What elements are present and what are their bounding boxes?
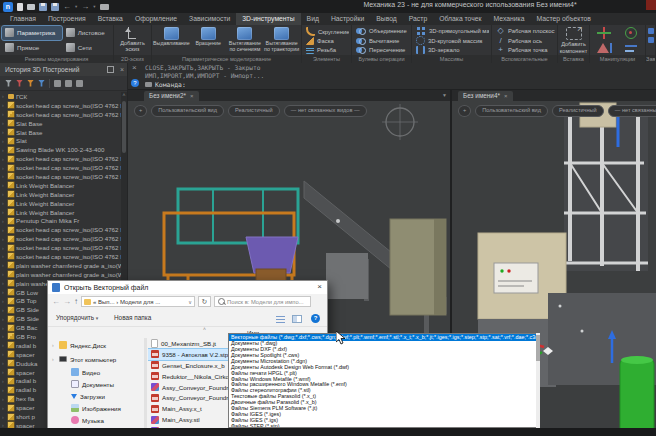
- file-row[interactable]: Genset_Enclosure.x_b: [148, 360, 228, 371]
- nav-item[interactable]: › Видео: [62, 366, 145, 378]
- redo-dropdown-icon[interactable]: ▾: [93, 4, 95, 9]
- expander-icon[interactable]: ›: [2, 165, 6, 171]
- undo-dropdown-icon[interactable]: ▾: [75, 4, 77, 9]
- view-selector[interactable]: Пользовательский вид: [475, 105, 548, 117]
- nav-item[interactable]: › Этот компьютер: [50, 352, 145, 366]
- tree-item[interactable]: › Link Weight Balancer: [0, 190, 121, 199]
- expander-icon[interactable]: ›: [2, 156, 6, 162]
- command-close-icon[interactable]: ×: [132, 63, 137, 72]
- ribbon-tab[interactable]: Механика: [488, 13, 531, 25]
- ribbon-tab[interactable]: Настройки: [325, 13, 370, 25]
- sweep-button[interactable]: Вытягивание по траектории: [263, 26, 300, 54]
- expander-icon[interactable]: ›: [2, 129, 6, 135]
- filetype-option[interactable]: Векторные файлы (*.dwg;*.dxf;*.cws;*.dgn…: [229, 334, 539, 341]
- file-row[interactable]: Reduktor__Nikola_Cirko...: [148, 371, 237, 382]
- new-folder-button[interactable]: Новая папка: [114, 314, 151, 321]
- nav-item[interactable]: › Загрузки: [62, 390, 145, 402]
- view-mode-icon[interactable]: [276, 316, 285, 323]
- nav-item[interactable]: › Яндекс.Диск: [50, 338, 145, 352]
- expander-icon[interactable]: ›: [2, 120, 6, 126]
- loft-button[interactable]: Вытягивание по сечениям: [227, 26, 264, 54]
- expander-icon[interactable]: ›: [2, 253, 6, 259]
- tree-item[interactable]: › Link Weight Balancer: [0, 181, 121, 190]
- ribbon-tab[interactable]: Вид: [301, 13, 325, 25]
- tree-item[interactable]: › socket head cap screw_iso(ISO 4762 M12…: [0, 154, 121, 163]
- direct-mode-button[interactable]: Прямое: [2, 41, 62, 55]
- search-input[interactable]: Поиск в: Модели для импо...: [214, 296, 311, 307]
- doc-tab-right[interactable]: Без имени4*×: [458, 91, 513, 101]
- expander-icon[interactable]: ›: [2, 236, 6, 242]
- expander-icon[interactable]: ›: [2, 218, 6, 224]
- align-3d-icon[interactable]: [623, 42, 639, 54]
- expander-icon[interactable]: ›: [52, 356, 56, 362]
- file-row[interactable]: Main_Assy.x_t: [148, 403, 205, 414]
- panel-pin-icon[interactable]: [107, 66, 114, 73]
- ribbon-tab[interactable]: Оформление: [129, 13, 183, 25]
- expander-icon[interactable]: ›: [2, 378, 6, 384]
- command-help-icon[interactable]: ?: [131, 79, 139, 87]
- app-logo-icon[interactable]: n: [3, 2, 13, 12]
- partial-group-icons[interactable]: [648, 28, 654, 43]
- list-view-icon[interactable]: [65, 80, 72, 87]
- refresh-button[interactable]: ↻: [198, 296, 211, 307]
- forward-icon[interactable]: →: [63, 297, 71, 307]
- tree-item[interactable]: › ГСК: [0, 92, 121, 101]
- save-all-icon[interactable]: [51, 3, 59, 11]
- expander-icon[interactable]: ›: [2, 209, 6, 215]
- scroll-up-icon[interactable]: ˄: [121, 92, 127, 99]
- chevron-down-icon[interactable]: ∨: [188, 299, 192, 305]
- tree-item[interactable]: › socket head cap screw_iso(ISO 4762 M10…: [0, 234, 121, 243]
- nav-item[interactable]: › Изображения: [62, 402, 145, 414]
- file-row[interactable]: 00_Mexanizm_SB.jt: [148, 338, 219, 349]
- add-viewport-button[interactable]: +: [458, 105, 471, 117]
- ribbon-tab[interactable]: Главная: [4, 13, 42, 25]
- intersect-button[interactable]: Пересечение: [356, 46, 409, 54]
- filter-blue-icon[interactable]: [38, 80, 45, 87]
- work-axis-button[interactable]: /Рабочая ось: [496, 37, 555, 45]
- visual-style-selector[interactable]: Реалистичный: [552, 105, 604, 117]
- filter-orange-icon[interactable]: [27, 80, 34, 87]
- expander-icon[interactable]: ›: [2, 316, 6, 322]
- tree-item[interactable]: › socket head cap screw_iso(ISO 4762 M8 …: [0, 110, 121, 119]
- sheet-mode-button[interactable]: Листовое: [63, 26, 111, 40]
- tree-item[interactable]: › Penutup Chain Mika Fr: [0, 216, 121, 225]
- tree-item[interactable]: › socket head cap screw_iso(ISO 4762 M10…: [0, 225, 121, 234]
- tree-item[interactable]: › Link Weight Balancer: [0, 199, 121, 208]
- ribbon-tab[interactable]: Зависимости: [183, 13, 236, 25]
- expander-icon[interactable]: ›: [2, 102, 6, 108]
- group-view-icon[interactable]: [54, 80, 61, 87]
- expander-icon[interactable]: ›: [2, 289, 6, 295]
- ribbon-tab[interactable]: Вывод: [370, 13, 403, 25]
- tree-item[interactable]: › socket head cap screw_iso(ISO 4762 M12…: [0, 172, 121, 181]
- tree-item[interactable]: › socket head cap screw_iso(ISO 4762 M8 …: [0, 101, 121, 110]
- expander-icon[interactable]: ›: [2, 405, 6, 411]
- expander-icon[interactable]: ›: [2, 138, 6, 144]
- expander-icon[interactable]: ›: [2, 271, 6, 277]
- tree-item[interactable]: › Sawing Blade WK 100-2-43-400: [0, 145, 121, 154]
- expander-icon[interactable]: ›: [2, 262, 6, 268]
- print-icon[interactable]: [100, 4, 109, 10]
- expander-icon[interactable]: ›: [2, 414, 6, 420]
- add-viewport-button[interactable]: +: [134, 105, 147, 117]
- command-input[interactable]: Команда:: [145, 81, 186, 89]
- subtract-button[interactable]: Вычитание: [356, 37, 409, 45]
- tab-scroll-icon[interactable]: ▼: [442, 93, 447, 98]
- add-sketch-button[interactable]: Добавить эскиз: [114, 27, 151, 54]
- filter-red-icon[interactable]: [16, 80, 23, 87]
- extrude-button[interactable]: Выдавливание: [153, 26, 190, 54]
- ribbon-tab[interactable]: Растр: [403, 13, 433, 25]
- settings-icon[interactable]: [76, 80, 83, 87]
- open-file-icon[interactable]: [27, 4, 35, 10]
- breadcrumb[interactable]: « Вып... › Модели для ... ∨: [81, 296, 195, 307]
- fillet-button[interactable]: Скругление: [306, 27, 349, 36]
- expander-icon[interactable]: ›: [2, 298, 6, 304]
- tab-close-icon[interactable]: ×: [504, 91, 508, 101]
- view-selector[interactable]: Пользовательский вид: [151, 105, 224, 117]
- expander-icon[interactable]: ›: [2, 245, 6, 251]
- save-icon[interactable]: [39, 3, 47, 11]
- ribbon-tab[interactable]: Построения: [42, 13, 92, 25]
- tree-item[interactable]: › Slat: [0, 136, 121, 145]
- tree-item[interactable]: › Slat Base: [0, 119, 121, 128]
- tree-item[interactable]: › plain washer chamfered grade a_iso(Was…: [0, 270, 121, 279]
- rotate-3d-icon[interactable]: [623, 27, 639, 39]
